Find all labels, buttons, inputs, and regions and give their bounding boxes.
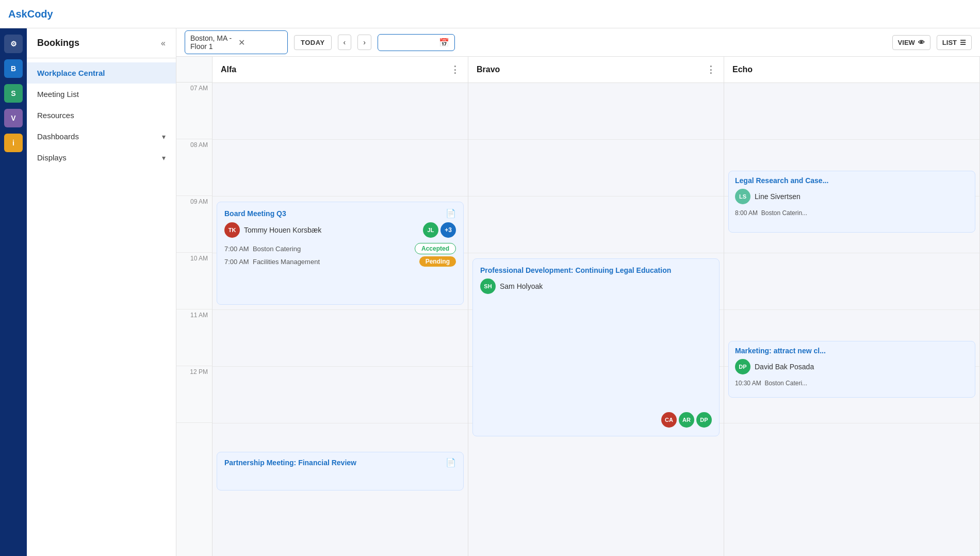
attendee-avatar-plus3: +3 xyxy=(440,222,456,238)
visitors-icon[interactable]: V xyxy=(4,109,23,127)
event-marketing[interactable]: Marketing: attract new cl... DP David Ba… xyxy=(728,341,975,398)
room-bravo-row-9am xyxy=(468,197,724,253)
gear-icon[interactable]: ⚙ xyxy=(4,35,23,53)
room-name-alfa: Alfa xyxy=(221,65,236,74)
time-slot-8am: 08 AM xyxy=(176,139,212,196)
list-label: LIST xyxy=(942,39,957,46)
event-title: Professional Development: Continuing Leg… xyxy=(480,266,712,274)
room-name-echo: Echo xyxy=(732,65,753,74)
event-host: DP David Bak Posada xyxy=(735,359,969,374)
sidebar-item-label: Resources xyxy=(37,111,74,120)
toolbar: Boston, MA - Floor 1 ✕ TODAY ‹ › Jul 18,… xyxy=(176,28,980,57)
room-col-alfa: Board Meeting Q3 📄 TK Tommy Houen Korsbæ… xyxy=(213,83,468,556)
room-more-icon-bravo[interactable]: ⋮ xyxy=(706,64,715,75)
sidebar-item-label: Dashboards xyxy=(37,132,79,141)
icon-strip: ⚙ B S V i xyxy=(0,28,27,556)
sidebar-item-meeting-list[interactable]: Meeting List xyxy=(27,84,176,105)
resource-badge-pending: Pending xyxy=(419,256,456,267)
room-bravo-row-7am xyxy=(468,83,724,140)
host-name: Tommy Houen Korsbæk xyxy=(244,226,321,234)
eye-icon: 👁 xyxy=(918,39,925,46)
time-slot-7am: 07 AM xyxy=(176,83,212,139)
rooms-scroll: Alfa ⋮ Bravo ⋮ Echo xyxy=(213,57,980,556)
attendee-avatar-ar: AR xyxy=(679,412,694,428)
event-sub-info: 10:30 AM Boston Cateri... xyxy=(735,380,969,387)
event-host: TK Tommy Houen Korsbæk JL +3 xyxy=(224,222,456,238)
room-col-bravo: Professional Development: Continuing Leg… xyxy=(468,83,724,556)
time-slot-10am: 10 AM xyxy=(176,253,212,309)
event-title: Partnership Meeting: Financial Review 📄 xyxy=(224,457,456,467)
host-avatar-sh: SH xyxy=(480,279,496,294)
main-layout: ⚙ B S V i Bookings « Workplace Central M… xyxy=(0,28,980,556)
next-date-button[interactable]: › xyxy=(357,35,371,50)
room-echo-row-7am xyxy=(724,83,979,140)
time-slot-9am: 09 AM xyxy=(176,196,212,253)
calendar-grid: 07 AM 08 AM 09 AM 10 AM 11 AM 12 PM Alfa… xyxy=(176,57,980,556)
attendee-avatar-jl: JL xyxy=(423,222,438,238)
list-button[interactable]: LIST ☰ xyxy=(937,35,972,50)
sidebar-title: Bookings xyxy=(37,38,79,48)
collapse-button[interactable]: « xyxy=(161,39,166,48)
calendar-icon[interactable]: 📅 xyxy=(439,38,449,47)
room-header-echo: Echo xyxy=(724,57,980,83)
event-title: Marketing: attract new cl... xyxy=(735,347,969,355)
schedule-icon[interactable]: S xyxy=(4,84,23,103)
sidebar-item-displays[interactable]: Displays ▾ xyxy=(27,147,176,168)
room-header-alfa: Alfa ⋮ xyxy=(213,57,468,83)
app-logo: AskCody xyxy=(8,8,53,20)
sidebar-item-resources[interactable]: Resources xyxy=(27,105,176,126)
attendee-avatar-dp: DP xyxy=(696,412,712,428)
sidebar-item-label: Meeting List xyxy=(37,90,79,99)
sidebar-item-dashboards[interactable]: Dashboards ▾ xyxy=(27,126,176,147)
today-button[interactable]: TODAY xyxy=(294,35,332,50)
host-name: David Bak Posada xyxy=(755,363,814,371)
sidebar-item-label: Displays xyxy=(37,153,67,162)
list-icon: ☰ xyxy=(960,39,966,46)
time-column: 07 AM 08 AM 09 AM 10 AM 11 AM 12 PM xyxy=(176,57,213,556)
sidebar-item-label: Workplace Central xyxy=(37,69,105,77)
info-icon[interactable]: i xyxy=(4,134,23,152)
time-slot-11am: 11 AM xyxy=(176,309,212,366)
prev-date-button[interactable]: ‹ xyxy=(338,35,352,50)
room-alfa-row-11am xyxy=(213,310,468,367)
date-input[interactable]: Jul 18, 2024 xyxy=(383,38,435,46)
rooms-body: Board Meeting Q3 📄 TK Tommy Houen Korsbæ… xyxy=(213,83,980,556)
room-alfa-row-8am xyxy=(213,140,468,197)
event-legal-research[interactable]: Legal Research and Case... LS Line Siver… xyxy=(728,171,975,233)
view-button[interactable]: VIEW 👁 xyxy=(892,35,930,50)
chevron-down-icon: ▾ xyxy=(162,133,166,141)
doc-icon: 📄 xyxy=(446,457,456,467)
host-avatar-dp2: DP xyxy=(735,359,750,374)
event-resource-catering: 7:00 AM Boston Catering Accepted xyxy=(224,243,456,254)
sidebar-header: Bookings « xyxy=(27,28,176,58)
room-more-icon-alfa[interactable]: ⋮ xyxy=(450,64,460,75)
doc-icon: 📄 xyxy=(446,208,456,218)
resource-time: 7:00 AM Boston Catering xyxy=(224,245,301,253)
host-avatar: TK xyxy=(224,222,240,238)
clear-location-button[interactable]: ✕ xyxy=(238,38,282,47)
bookings-icon[interactable]: B xyxy=(4,59,23,78)
topbar: AskCody xyxy=(0,0,980,28)
room-echo-row-10am xyxy=(724,253,979,310)
content-area: Boston, MA - Floor 1 ✕ TODAY ‹ › Jul 18,… xyxy=(176,28,980,556)
sidebar-item-workplace-central[interactable]: Workplace Central xyxy=(27,62,176,84)
event-sub-info: 8:00 AM Boston Caterin... xyxy=(735,209,969,217)
resource-badge-accepted: Accepted xyxy=(415,243,456,254)
event-professional-development[interactable]: Professional Development: Continuing Leg… xyxy=(472,258,720,436)
event-partnership-meeting[interactable]: Partnership Meeting: Financial Review 📄 xyxy=(217,452,464,490)
location-value: Boston, MA - Floor 1 xyxy=(190,34,234,51)
attendee-avatar-ca: CA xyxy=(661,412,677,428)
host-name: Sam Holyoak xyxy=(500,282,543,290)
date-picker[interactable]: Jul 18, 2024 📅 xyxy=(378,34,455,51)
room-alfa-row-12pm xyxy=(213,367,468,423)
room-bravo-row-8am xyxy=(468,140,724,197)
event-attendees: CA AR DP xyxy=(661,412,712,428)
event-attendees: JL +3 xyxy=(423,222,456,238)
event-board-meeting-q3[interactable]: Board Meeting Q3 📄 TK Tommy Houen Korsbæ… xyxy=(217,202,464,305)
room-header-bravo: Bravo ⋮ xyxy=(468,57,724,83)
event-host: SH Sam Holyoak xyxy=(480,279,712,294)
event-host: LS Line Sivertsen xyxy=(735,189,969,204)
location-filter[interactable]: Boston, MA - Floor 1 ✕ xyxy=(185,30,288,54)
sidebar: Bookings « Workplace Central Meeting Lis… xyxy=(27,28,176,556)
rooms-header: Alfa ⋮ Bravo ⋮ Echo xyxy=(213,57,980,83)
